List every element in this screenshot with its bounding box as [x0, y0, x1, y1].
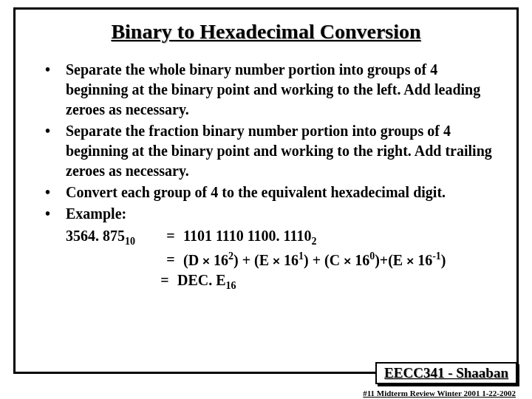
footer-line: #11 Midterm Review Winter 2001 1-22-2002 [363, 389, 516, 398]
base-1: 16 [214, 251, 228, 267]
mult-icon: × [273, 253, 280, 267]
slide-frame: Binary to Hexadecimal Conversion Separat… [13, 7, 519, 374]
ex-e2: )+(E [375, 251, 406, 267]
mult-icon: × [202, 253, 210, 267]
footer-badge: EECC341 - Shaaban [375, 362, 517, 384]
ex-rhs3-sub: 16 [226, 280, 236, 291]
ex-d: (D [183, 251, 202, 267]
ex-end: ) [441, 251, 446, 267]
ex-c: ) + (C [304, 251, 344, 267]
base-4: 16 [417, 251, 432, 267]
exp-1: 1 [299, 250, 304, 262]
ex-rhs2: (D × 162) + (E × 161) + (C × 160)+(E × 1… [183, 249, 446, 270]
bullet-4-label: Example: [66, 205, 126, 222]
eq-sign-1: = [158, 225, 183, 249]
example-line-3: = DEC. E16 [66, 270, 496, 293]
exp-m1: -1 [432, 250, 441, 262]
ex-rhs3: DEC. E [177, 272, 226, 288]
bullet-3: Convert each group of 4 to the equivalen… [36, 183, 496, 202]
ex-lhs: 3564. 875 [66, 228, 125, 244]
slide-title: Binary to Hexadecimal Conversion [36, 20, 496, 44]
ex-rhs1: 1101 1110 1100. 1110 [183, 228, 311, 244]
bullet-1: Separate the whole binary number portion… [36, 60, 496, 120]
base-2: 16 [284, 251, 299, 267]
mult-icon: × [344, 253, 351, 267]
eq-sign-3: = [152, 270, 177, 293]
ex-e: ) + (E [233, 251, 273, 267]
eq-sign-2: = [158, 249, 183, 270]
exp-2: 2 [228, 250, 233, 262]
bullet-list: Separate the whole binary number portion… [36, 60, 496, 293]
mult-icon: × [406, 253, 414, 267]
example-line-1: 3564. 87510 = 1101 1110 1100. 11102 [66, 225, 496, 249]
ex-lhs-sub: 10 [125, 236, 135, 247]
example-line-2: = (D × 162) + (E × 161) + (C × 160)+(E ×… [66, 249, 496, 270]
example-block: 3564. 87510 = 1101 1110 1100. 11102 = (D… [66, 225, 496, 293]
bullet-2: Separate the fraction binary number port… [36, 121, 496, 181]
ex-rhs1-sub: 2 [311, 236, 316, 247]
base-3: 16 [355, 251, 369, 267]
bullet-4: Example: 3564. 87510 = 1101 1110 1100. 1… [36, 204, 496, 293]
